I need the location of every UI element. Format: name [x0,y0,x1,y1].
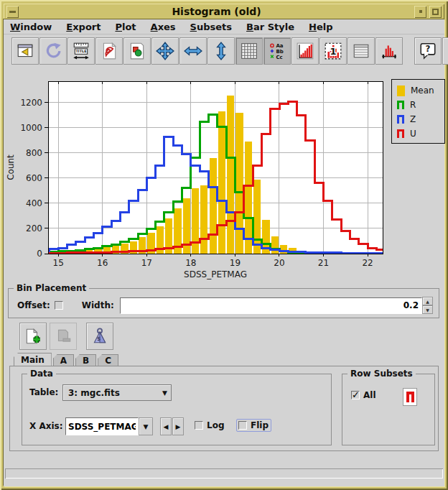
rescale-x-button[interactable] [179,37,207,65]
row-subsets-group: Row Subsets All [342,374,435,445]
window-content: Window Export Plot Axes Subsets Bar Styl… [4,19,444,486]
window-menu-button[interactable] [6,6,19,18]
xaxis-input[interactable] [65,417,139,435]
dataset-buttons: $ [19,323,116,350]
chevron-right-icon: ▶ [176,423,181,430]
table-select[interactable]: 3: mgc.fits ▼ [62,384,172,401]
bin-placement-group: Bin Placement Offset: Width: ▲ ▼ [8,288,439,318]
xaxis-combo: ▼ [65,417,153,435]
rescale-y-button[interactable] [207,37,235,65]
close-button[interactable] [442,37,448,65]
menu-axes[interactable]: Axes [144,22,184,32]
r-swatch-icon [397,101,404,109]
prev-column-button[interactable]: ◀ [160,417,172,435]
iconify-icon [419,10,422,13]
row-subsets-title: Row Subsets [347,369,416,379]
weight-icon: $ [90,327,109,346]
export-window-button[interactable] [11,37,39,65]
spinner-up-button[interactable]: ▲ [422,297,433,305]
spinner-down-button[interactable]: ▼ [422,305,433,314]
svg-text:800: 800 [26,148,42,158]
iconify-button[interactable] [414,6,426,18]
svg-text:SDSS_PETMAG: SDSS_PETMAG [184,269,247,279]
weight-counts-button[interactable]: $ [86,323,113,350]
legend-item-u: U [397,126,442,141]
legend-label: Z [410,114,416,124]
width-label: Width: [82,300,114,310]
mean-swatch-icon [397,85,405,96]
xaxis-dropdown-button[interactable]: ▼ [139,417,153,435]
flip-checkbox-row: Flip [236,419,271,432]
offset-label: Offset: [17,300,50,310]
svg-text:21: 21 [318,258,329,268]
rescale-button[interactable] [151,37,179,65]
tab-a[interactable]: A [53,354,74,366]
log-checkbox[interactable] [195,421,203,430]
svg-text:200: 200 [26,223,42,234]
svg-text:400: 400 [26,198,42,208]
tab-c[interactable]: C [98,354,118,366]
all-subset-checkbox[interactable] [351,391,360,399]
stacked-toggle-button[interactable] [347,37,375,65]
zero-line-toggle-button[interactable] [375,37,403,65]
menu-window[interactable]: Window [4,22,60,32]
svg-text:0: 0 [37,249,42,259]
move-arrows-icon [156,42,174,60]
svg-text:?: ? [426,44,431,54]
histogram-svg[interactable]: 1516171819202122020040060080010001200Cou… [4,67,444,287]
legend-label: R [410,100,416,110]
replot-button[interactable] [39,37,67,65]
axis-labels-button[interactable]: TITLE [67,37,95,65]
menu-export[interactable]: Export [60,22,108,32]
offset-checkbox[interactable] [55,301,63,310]
add-dataset-button[interactable] [19,323,47,350]
grid-toggle-button[interactable] [235,37,263,65]
data-group-title: Data [27,369,56,379]
grid-icon [240,42,258,60]
remove-page-icon [54,327,73,346]
weighted-toggle-button[interactable]: 1 [319,37,347,65]
u-swatch-icon [397,129,404,138]
tab-b[interactable]: B [75,354,96,366]
weighted-histogram-icon: 1 [324,42,342,60]
menu-plot[interactable]: Plot [108,22,144,32]
legend-label: U [410,129,416,139]
histogram-plot: 1516171819202122020040060080010001200Cou… [4,67,444,287]
app-window: Histogram (old) Window Export Plot Axes … [0,0,448,490]
svg-text:Count: Count [6,154,16,180]
add-page-icon [24,327,42,346]
legend-label: Mean [411,85,434,96]
menu-help[interactable]: Help [302,22,340,32]
legend-item-r: R [397,98,442,112]
menu-bar-style[interactable]: Bar Style [240,22,302,32]
cumulative-toggle-button[interactable] [291,37,319,65]
menu-subsets[interactable]: Subsets [184,22,240,32]
next-column-button[interactable]: ▶ [172,417,184,435]
log-checkbox-row: Log [195,420,224,430]
focus-ring: Flip [236,419,271,432]
style-tabs: Main A B C [14,353,120,366]
chevron-left-icon: ◀ [164,423,169,430]
histogram-bars-icon [296,42,314,60]
svg-text:19: 19 [230,258,241,268]
legend-item-mean: Mean [397,83,442,98]
all-checkbox-row: All [351,390,376,400]
legend-toggle-button[interactable]: AaBbCc [263,37,291,65]
tab-main[interactable]: Main [14,353,52,366]
remove-dataset-button[interactable] [50,323,77,350]
svg-text:$: $ [97,336,101,342]
maximize-button[interactable] [429,6,442,18]
image-icon [128,42,146,60]
subset-style-button[interactable] [403,388,417,406]
export-image-button[interactable] [123,37,151,65]
svg-text:16: 16 [97,258,108,268]
flip-checkbox[interactable] [238,421,247,430]
flip-label: Flip [251,420,269,430]
help-button[interactable]: ? [414,37,442,65]
svg-text:17: 17 [141,258,152,268]
width-input[interactable] [120,297,422,314]
chevron-down-icon: ▼ [159,389,171,397]
svg-text:15: 15 [53,258,64,268]
svg-text:20: 20 [274,258,284,268]
export-pdf-button[interactable] [95,37,123,65]
